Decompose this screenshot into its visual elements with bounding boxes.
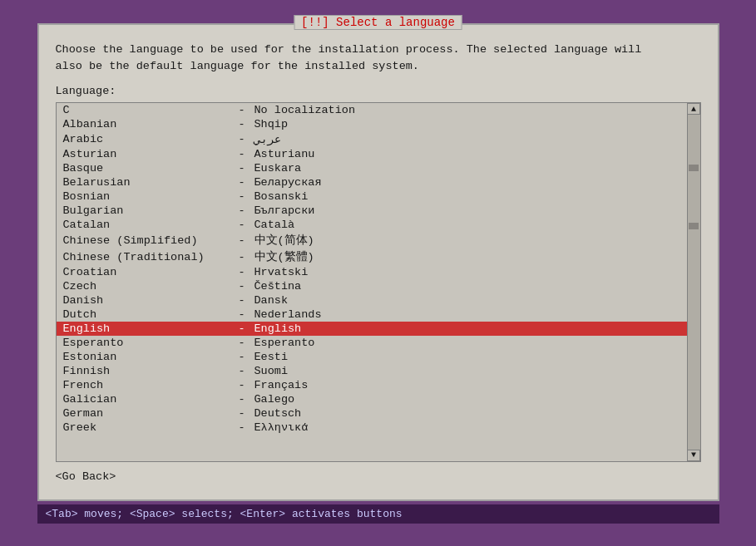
native-name: عربي: [254, 132, 680, 146]
separator: -: [230, 104, 254, 116]
separator: -: [230, 251, 254, 263]
lang-name: Chinese (Traditional): [63, 251, 230, 263]
language-list[interactable]: C - No localizationAlbanian - ShqipArabi…: [57, 103, 687, 461]
separator: -: [230, 162, 254, 175]
separator: -: [230, 190, 254, 203]
native-name: Беларуская: [254, 176, 680, 189]
separator: -: [230, 379, 254, 391]
native-name: 中文(繁體): [254, 249, 680, 264]
lang-name: Estonian: [63, 351, 230, 363]
list-item[interactable]: Bosnian - Bosanski: [57, 189, 687, 204]
list-item[interactable]: Danish - Dansk: [57, 293, 687, 307]
list-item[interactable]: Greek - Ελληνικά: [57, 421, 687, 435]
list-item[interactable]: Asturian - Asturianu: [57, 147, 687, 161]
list-item[interactable]: C - No localization: [57, 103, 687, 117]
separator: -: [230, 176, 254, 189]
title-bar: [!!] Select a language: [294, 15, 462, 30]
dialog-box: [!!] Select a language Choose the langua…: [37, 23, 719, 501]
list-item[interactable]: Catalan - Català: [57, 218, 687, 232]
lang-name: Asturian: [63, 148, 230, 160]
go-back-area: <Go Back>: [56, 462, 701, 487]
lang-name: Arabic: [63, 133, 230, 145]
native-name: Galego: [254, 393, 680, 406]
lang-name: Croatian: [63, 266, 230, 278]
list-item[interactable]: Chinese (Traditional) - 中文(繁體): [57, 248, 687, 265]
list-item[interactable]: English - English: [57, 322, 687, 336]
list-item[interactable]: Chinese (Simplified) - 中文(简体): [57, 232, 687, 248]
native-name: Čeština: [254, 280, 680, 293]
native-name: Suomi: [254, 365, 680, 377]
lang-name: Danish: [63, 294, 230, 307]
separator: -: [230, 204, 254, 217]
scroll-down-arrow[interactable]: ▼: [687, 450, 700, 461]
lang-name: Belarusian: [63, 176, 230, 189]
native-name: Esperanto: [254, 337, 680, 349]
list-item[interactable]: Dutch - Nederlands: [57, 307, 687, 322]
native-name: Asturianu: [254, 148, 680, 160]
native-name: Hrvatski: [254, 266, 680, 278]
native-name: Euskara: [254, 162, 680, 175]
native-name: Bosanski: [254, 190, 680, 203]
separator: -: [230, 280, 254, 293]
separator: -: [230, 365, 254, 377]
list-item[interactable]: Croatian - Hrvatski: [57, 265, 687, 279]
native-name: Български: [254, 204, 680, 217]
dialog-inner: Choose the language to be used for the i…: [39, 25, 718, 499]
native-name: 中文(简体): [254, 233, 680, 248]
list-item[interactable]: German - Deutsch: [57, 406, 687, 421]
scroll-thumb-1: [689, 165, 699, 171]
list-item[interactable]: Basque - Euskara: [57, 161, 687, 175]
native-name: Nederlands: [254, 308, 680, 321]
native-name: Eesti: [254, 351, 680, 363]
list-item[interactable]: Finnish - Suomi: [57, 364, 687, 378]
lang-name: Bosnian: [63, 190, 230, 203]
lang-name: Bulgarian: [63, 204, 230, 217]
outer-container: [!!] Select a language Choose the langua…: [17, 16, 740, 531]
scroll-thumb-2: [689, 223, 699, 229]
list-item[interactable]: Bulgarian - Български: [57, 204, 687, 218]
lang-name: German: [63, 407, 230, 420]
list-item[interactable]: Galician - Galego: [57, 392, 687, 406]
list-item[interactable]: Czech - Čeština: [57, 279, 687, 293]
separator: -: [230, 351, 254, 363]
lang-name: C: [63, 104, 230, 116]
native-name: Català: [254, 219, 680, 231]
native-name: Deutsch: [254, 407, 680, 420]
description: Choose the language to be used for the i…: [56, 42, 701, 76]
lang-name: Dutch: [63, 308, 230, 321]
separator: -: [230, 234, 254, 247]
separator: -: [230, 148, 254, 160]
lang-name: Finnish: [63, 365, 230, 377]
native-name: Français: [254, 379, 680, 391]
separator: -: [230, 294, 254, 307]
lang-name: Greek: [63, 421, 230, 434]
lang-name: Basque: [63, 162, 230, 175]
description-line2: also be the default language for the ins…: [56, 58, 701, 75]
separator: -: [230, 219, 254, 231]
go-back-button[interactable]: <Go Back>: [56, 470, 116, 483]
native-name: Dansk: [254, 294, 680, 307]
scroll-track: [688, 115, 699, 450]
separator: -: [230, 266, 254, 278]
lang-name: Albanian: [63, 118, 230, 130]
description-line1: Choose the language to be used for the i…: [56, 42, 701, 58]
lang-name: Chinese (Simplified): [63, 234, 230, 247]
lang-name: Galician: [63, 393, 230, 406]
list-item[interactable]: Esperanto - Esperanto: [57, 336, 687, 350]
status-bar: <Tab> moves; <Space> selects; <Enter> ac…: [37, 504, 719, 524]
scrollbar[interactable]: ▲ ▼: [687, 103, 700, 461]
language-list-container[interactable]: C - No localizationAlbanian - ShqipArabi…: [56, 102, 701, 462]
native-name: Shqip: [254, 118, 680, 130]
list-item[interactable]: Arabic - عربي: [57, 131, 687, 147]
separator: -: [230, 421, 254, 434]
native-name: No localization: [254, 104, 680, 116]
list-item[interactable]: French - Français: [57, 378, 687, 392]
list-item[interactable]: Albanian - Shqip: [57, 117, 687, 131]
list-item[interactable]: Estonian - Eesti: [57, 350, 687, 364]
scroll-up-arrow[interactable]: ▲: [687, 103, 700, 115]
native-name: English: [254, 322, 680, 335]
separator: -: [230, 133, 254, 145]
separator: -: [230, 407, 254, 420]
list-item[interactable]: Belarusian - Беларуская: [57, 175, 687, 189]
lang-name: Esperanto: [63, 337, 230, 349]
